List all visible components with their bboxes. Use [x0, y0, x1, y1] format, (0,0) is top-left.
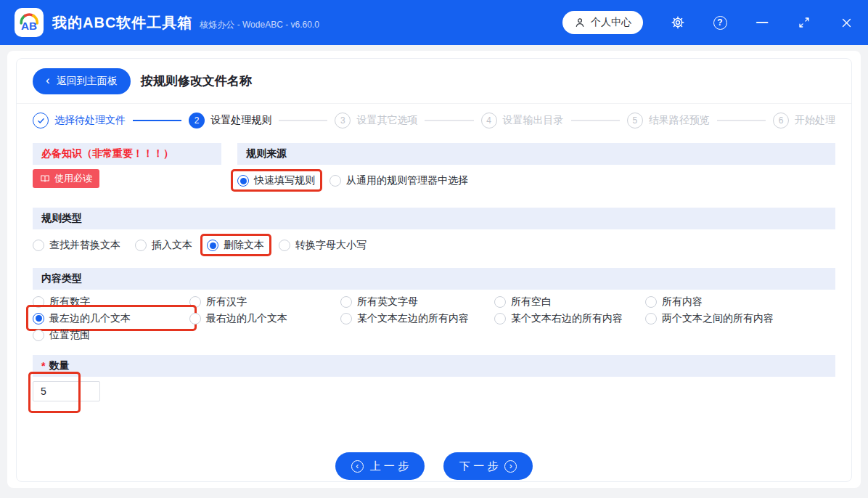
radio-icon: [279, 240, 290, 251]
content-type-section: 内容类型 所有数字 所有汉字 所有英文字母: [33, 268, 835, 343]
app-subtitle: 核烁办公 - WodeABC - v6.60.0: [200, 19, 319, 31]
radio-icon: [189, 313, 201, 324]
step-5-result-preview: 5 结果路径预览: [627, 113, 710, 128]
main-panel: ‹ 返回到主面板 按规则修改文件名称 选择待处理文件 2 设置处理规则 3 设置…: [7, 51, 861, 488]
radio-content-right-of-text[interactable]: 某个文本右边的所有内容: [494, 310, 645, 327]
next-step-label: 下 一 步: [459, 460, 498, 473]
radio-icon: [645, 296, 657, 308]
resize-icon[interactable]: [797, 15, 811, 30]
step-connector: [425, 120, 473, 121]
radio-icon: [33, 330, 44, 341]
radio-find-replace-text[interactable]: 查找并替换文本: [33, 239, 120, 252]
radio-quick-fill-rule[interactable]: 快速填写规则: [237, 174, 315, 187]
radio-icon: [189, 296, 201, 308]
user-center-label: 个人中心: [591, 16, 631, 29]
radio-icon: [329, 175, 341, 187]
page-title: 按规则修改文件名称: [141, 73, 252, 89]
step-2-set-rules: 2 设置处理规则: [189, 113, 271, 128]
radio-icon: [33, 296, 44, 308]
quantity-input[interactable]: [33, 381, 100, 401]
back-to-dashboard-button[interactable]: ‹ 返回到主面板: [33, 68, 131, 94]
step-connector: [133, 120, 181, 121]
radio-all-content[interactable]: 所有内容: [645, 293, 835, 310]
rule-source-header: 规则来源: [237, 143, 835, 165]
radio-rightmost-n-chars[interactable]: 最右边的几个文本: [189, 310, 340, 327]
back-button-label: 返回到主面板: [57, 75, 118, 88]
radio-icon: [645, 313, 657, 324]
radio-delete-text[interactable]: 删除文本: [207, 239, 264, 252]
step-3-other-options: 3 设置其它选项: [335, 113, 417, 128]
user-center-button[interactable]: 个人中心: [562, 11, 643, 34]
radio-convert-case[interactable]: 转换字母大小写: [279, 239, 367, 252]
quantity-header: * 数量: [33, 355, 835, 377]
step-6-start: 6 开始处理: [773, 113, 835, 128]
radio-all-english-letters[interactable]: 所有英文字母: [340, 293, 494, 310]
previous-step-button[interactable]: ‹ 上 一 步: [335, 452, 425, 480]
required-asterisk: *: [41, 360, 45, 372]
radio-all-digits[interactable]: 所有数字: [33, 293, 189, 310]
radio-select-from-rule-manager[interactable]: 从通用的规则管理器中选择: [329, 174, 468, 187]
help-icon[interactable]: ?: [713, 15, 727, 30]
rule-source-options: 快速填写规则 从通用的规则管理器中选择: [237, 171, 835, 190]
wizard-card: ‹ 返回到主面板 按规则修改文件名称 选择待处理文件 2 设置处理规则 3 设置…: [16, 58, 852, 482]
rule-type-options: 查找并替换文本 插入文本 删除文本 转换字母大小写: [33, 236, 835, 255]
step-connector: [571, 120, 620, 121]
radio-all-chinese[interactable]: 所有汉字: [189, 293, 340, 310]
radio-icon: [494, 296, 506, 308]
step-4-output-dir: 4 设置输出目录: [481, 113, 564, 128]
must-read-button[interactable]: 使用必读: [33, 169, 99, 188]
app-logo-icon: AB: [15, 8, 44, 37]
radio-icon: [340, 313, 352, 324]
prev-arrow-icon: ‹: [351, 460, 364, 473]
previous-step-label: 上 一 步: [370, 460, 409, 473]
settings-gear-icon[interactable]: [671, 15, 685, 30]
radio-icon: [494, 313, 506, 324]
titlebar: AB 我的ABC软件工具箱 核烁办公 - WodeABC - v6.60.0 个…: [0, 0, 868, 45]
step-connector: [717, 120, 766, 121]
radio-leftmost-n-chars[interactable]: 最左边的几个文本: [33, 310, 189, 327]
user-icon: [574, 17, 586, 28]
step-1-select-files: 选择待处理文件: [33, 113, 126, 128]
content-type-options: 所有数字 所有汉字 所有英文字母 所有空白: [33, 293, 835, 343]
must-read-header: 必备知识（非常重要！！！）: [33, 143, 221, 165]
toolbar-row: ‹ 返回到主面板 按规则修改文件名称: [17, 59, 851, 104]
next-arrow-icon: ›: [504, 460, 517, 473]
must-read-button-label: 使用必读: [54, 172, 92, 185]
logo-text: AB: [21, 20, 37, 32]
radio-all-whitespace[interactable]: 所有空白: [494, 293, 645, 310]
radio-content-between-texts[interactable]: 两个文本之间的所有内容: [645, 310, 835, 327]
quantity-section: * 数量: [33, 355, 835, 401]
radio-icon: [33, 240, 44, 251]
radio-position-range[interactable]: 位置范围: [33, 327, 189, 343]
next-step-button[interactable]: 下 一 步 ›: [443, 452, 533, 480]
content-type-header: 内容类型: [33, 268, 835, 290]
step-1-check-icon: [33, 113, 49, 128]
back-chevron-icon: ‹: [46, 74, 50, 86]
radio-icon: [135, 240, 147, 251]
app-title: 我的ABC软件工具箱: [52, 13, 192, 33]
step-connector: [279, 120, 327, 121]
radio-icon: [207, 240, 218, 251]
radio-content-left-of-text[interactable]: 某个文本左边的所有内容: [340, 310, 494, 327]
step-indicator: 选择待处理文件 2 设置处理规则 3 设置其它选项 4 设置输出目录 5 结果路…: [17, 104, 851, 137]
close-icon[interactable]: [839, 15, 853, 30]
radio-icon: [33, 313, 44, 324]
radio-icon: [237, 175, 249, 187]
minimize-icon[interactable]: —: [755, 15, 769, 30]
radio-insert-text[interactable]: 插入文本: [135, 239, 192, 252]
quantity-header-label: 数量: [49, 359, 69, 372]
wizard-footer: ‹ 上 一 步 下 一 步 ›: [17, 452, 851, 480]
radio-icon: [340, 296, 352, 308]
rule-type-header: 规则类型: [33, 208, 835, 229]
rule-type-section: 规则类型 查找并替换文本 插入文本 删除文本: [33, 208, 835, 255]
book-icon: [40, 174, 50, 184]
